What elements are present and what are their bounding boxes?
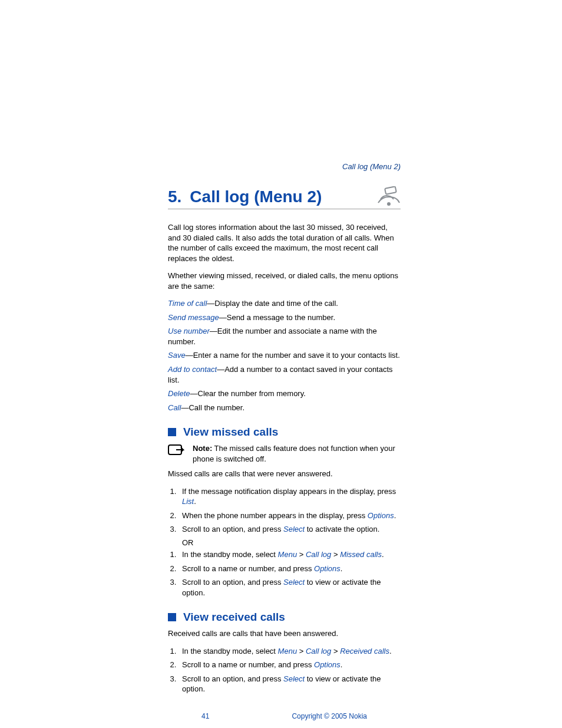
running-head: Call log (Menu 2) — [168, 162, 401, 171]
chapter-title-text: Call log (Menu 2) — [190, 187, 322, 206]
or-separator: OR — [182, 538, 401, 547]
option-name: Call — [168, 403, 181, 412]
step-text: to activate the option. — [305, 525, 379, 533]
softkey-link: Select — [283, 674, 305, 683]
svg-point-1 — [388, 203, 390, 205]
step-text: . — [382, 550, 384, 559]
sep: > — [297, 647, 306, 655]
page: Call log (Menu 2) 5.Call log (Menu 2) Ca… — [0, 0, 562, 728]
section-title: View received calls — [183, 611, 285, 624]
sep: > — [297, 550, 306, 559]
step-text: If the message notification display appe… — [182, 487, 396, 496]
option-name: Time of call — [168, 299, 207, 308]
option-desc: —Send a message to the number. — [219, 313, 335, 322]
softkey-link: Options — [314, 564, 340, 573]
softkey-link: List — [182, 497, 194, 506]
menu-link: Missed calls — [340, 550, 382, 559]
page-footer: 41 Copyright © 2005 Nokia — [168, 712, 401, 720]
menu-link: Call log — [306, 647, 331, 655]
step-text: In the standby mode, select — [182, 647, 278, 655]
list-item: Scroll to an option, and press Select to… — [178, 577, 401, 598]
step-text: Scroll to a name or number, and press — [182, 564, 314, 573]
option-name: Use number — [168, 327, 210, 335]
step-text: Scroll to an option, and press — [182, 578, 283, 587]
softkey-link: Options — [368, 511, 394, 520]
steps-list: In the standby mode, select Menu > Call … — [168, 646, 401, 694]
option-desc: —Call the number. — [181, 403, 244, 412]
step-text: . — [394, 511, 396, 520]
section-heading: View missed calls — [168, 426, 401, 439]
note-block: Note: The missed calls feature does not … — [168, 443, 401, 464]
softkey-link: Select — [283, 578, 305, 587]
option-desc: —Clear the number from memory. — [190, 389, 306, 398]
option-line: Use number—Edit the number and associate… — [168, 326, 401, 347]
list-item: Scroll to an option, and press Select to… — [178, 524, 401, 535]
step-text: In the standby mode, select — [182, 550, 278, 559]
list-item: In the standby mode, select Menu > Call … — [178, 549, 401, 560]
list-item: Scroll to an option, and press Select to… — [178, 674, 401, 694]
note-text: Note: The missed calls feature does not … — [193, 443, 401, 464]
note-body: The missed calls feature does not functi… — [193, 444, 395, 463]
menu-link: Menu — [278, 647, 297, 655]
option-line: Call—Call the number. — [168, 403, 401, 413]
option-name: Add to contact — [168, 365, 217, 374]
step-text: . — [340, 564, 343, 573]
step-text: Scroll to an option, and press — [182, 674, 283, 683]
option-line: Add to contact—Add a number to a contact… — [168, 364, 401, 385]
option-line: Send message—Send a message to the numbe… — [168, 312, 401, 323]
step-text: . — [194, 497, 196, 506]
note-label: Note: — [193, 444, 212, 453]
option-name: Delete — [168, 389, 190, 398]
square-bullet-icon — [168, 428, 176, 436]
menu-link: Call log — [306, 550, 331, 559]
step-text: When the phone number appears in the dis… — [182, 511, 368, 520]
list-item: In the standby mode, select Menu > Call … — [178, 646, 401, 657]
list-item: When the phone number appears in the dis… — [178, 510, 401, 521]
option-name: Save — [168, 351, 186, 360]
section-title: View missed calls — [183, 426, 278, 439]
steps-list: If the message notification display appe… — [168, 486, 401, 535]
list-item: If the message notification display appe… — [178, 486, 401, 507]
option-line: Time of call—Display the date and time o… — [168, 298, 401, 309]
intro-paragraph: Call log stores information about the la… — [168, 222, 401, 263]
list-item: Scroll to a name or number, and press Op… — [178, 564, 401, 574]
step-text: Scroll to a name or number, and press — [182, 660, 314, 669]
option-desc: —Display the date and time of the call. — [207, 299, 338, 308]
option-name: Send message — [168, 313, 219, 322]
page-number: 41 — [201, 712, 209, 720]
note-icon — [168, 444, 184, 460]
sep: > — [331, 550, 340, 559]
option-desc: —Enter a name for the number and save it… — [186, 351, 400, 360]
sep: > — [331, 647, 340, 655]
section-lead: Received calls are calls that have been … — [168, 628, 401, 639]
intro-paragraph: Whether viewing missed, received, or dia… — [168, 271, 401, 291]
step-text: Scroll to an option, and press — [182, 525, 283, 533]
section-heading: View received calls — [168, 611, 401, 624]
copyright-text: Copyright © 2005 Nokia — [292, 712, 367, 720]
list-item: Scroll to a name or number, and press Op… — [178, 660, 401, 670]
option-line: Delete—Clear the number from memory. — [168, 388, 401, 399]
menu-link: Menu — [278, 550, 297, 559]
svg-rect-0 — [385, 186, 396, 195]
content-column: Call log (Menu 2) 5.Call log (Menu 2) Ca… — [168, 162, 401, 720]
chapter-number: 5. — [168, 187, 181, 206]
steps-list: In the standby mode, select Menu > Call … — [168, 549, 401, 598]
menu-link: Received calls — [340, 647, 389, 655]
square-bullet-icon — [168, 613, 176, 621]
softkey-link: Select — [283, 525, 305, 533]
step-text: . — [340, 660, 343, 669]
chapter-heading-row: 5.Call log (Menu 2) — [168, 186, 401, 209]
section-lead: Missed calls are calls that were never a… — [168, 469, 401, 479]
phone-icon — [377, 186, 401, 206]
option-line: Save—Enter a name for the number and sav… — [168, 350, 401, 361]
chapter-heading: 5.Call log (Menu 2) — [168, 187, 322, 206]
step-text: . — [389, 647, 392, 655]
softkey-link: Options — [314, 660, 340, 669]
